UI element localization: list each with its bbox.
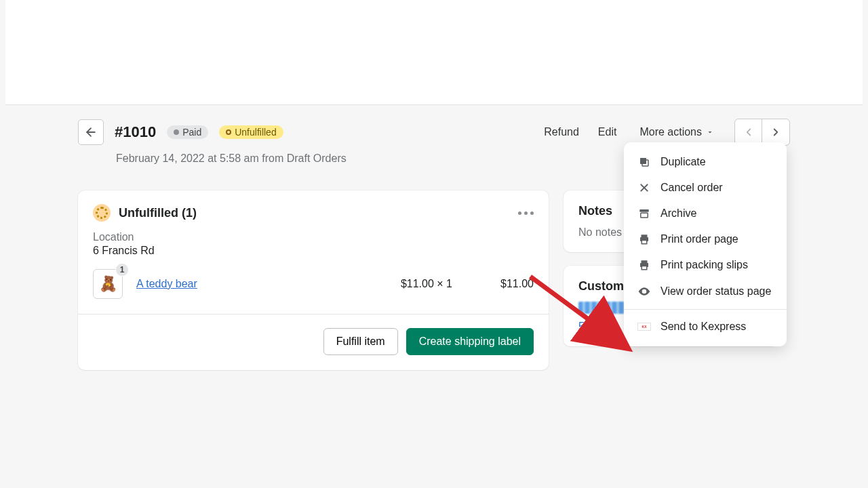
paid-label: Paid	[182, 127, 201, 138]
dot-icon	[174, 129, 179, 135]
eye-icon	[637, 285, 651, 298]
menu-print-order-label: Print order page	[660, 233, 738, 245]
item-unit-price: $11.00 × 1	[401, 278, 452, 290]
menu-view-status[interactable]: View order status page	[624, 278, 787, 305]
create-shipping-label-button[interactable]: Create shipping label	[406, 328, 534, 355]
unfulfilled-ring-icon	[93, 204, 111, 222]
svg-rect-10	[642, 260, 648, 263]
order-pager	[734, 119, 790, 146]
line-item-row: 🧸 1 A teddy bear $11.00 × 1 $11.00	[93, 269, 534, 299]
svg-rect-7	[642, 235, 648, 237]
fulfill-item-button[interactable]: Fulfill item	[323, 328, 398, 355]
menu-archive-label: Archive	[660, 207, 696, 220]
svg-rect-9	[642, 241, 647, 244]
menu-archive[interactable]: Archive	[624, 201, 787, 226]
unfulfilled-label: Unfulfilled	[235, 127, 276, 138]
refund-button[interactable]: Refund	[541, 122, 582, 142]
print-icon	[637, 233, 651, 245]
more-actions-label: More actions	[639, 126, 702, 138]
close-icon	[637, 182, 651, 193]
menu-print-slips-label: Print packing slips	[660, 259, 748, 271]
menu-separator	[624, 309, 787, 310]
menu-cancel-order[interactable]: Cancel order	[624, 175, 787, 201]
item-name-link[interactable]: A teddy bear	[136, 278, 197, 290]
svg-rect-2	[640, 158, 646, 164]
menu-send-kexpress[interactable]: KX Send to Kexpress	[624, 314, 787, 340]
order-header: #1010 Paid Unfulfilled Refund Edit More …	[78, 119, 790, 146]
qty-bubble: 1	[115, 263, 129, 277]
back-button[interactable]	[78, 119, 104, 145]
more-actions-button[interactable]: More actions	[633, 121, 721, 144]
svg-rect-12	[642, 266, 647, 270]
duplicate-icon	[637, 156, 651, 168]
svg-point-13	[643, 290, 645, 292]
more-actions-dropdown: Duplicate Cancel order Archive Print ord…	[624, 142, 787, 346]
menu-print-order[interactable]: Print order page	[624, 226, 787, 252]
order-id: #1010	[115, 123, 156, 141]
svg-rect-6	[641, 213, 648, 218]
menu-duplicate-label: Duplicate	[660, 156, 706, 168]
item-line-total: $11.00	[452, 278, 534, 290]
menu-send-kexpress-label: Send to Kexpress	[660, 321, 746, 333]
ring-dot-icon	[226, 129, 231, 135]
print-icon	[637, 259, 651, 271]
menu-print-slips[interactable]: Print packing slips	[624, 252, 787, 278]
arrow-left-icon	[84, 125, 98, 139]
caret-down-icon	[706, 128, 714, 136]
chevron-left-icon	[743, 126, 755, 138]
item-thumbnail[interactable]: 🧸 1	[93, 269, 123, 299]
menu-duplicate[interactable]: Duplicate	[624, 149, 787, 175]
chevron-right-icon	[770, 126, 782, 138]
edit-button[interactable]: Edit	[595, 122, 620, 142]
svg-rect-5	[639, 209, 649, 212]
location-label: Location	[93, 231, 534, 243]
location-value: 6 Francis Rd	[93, 245, 534, 257]
unfulfilled-badge: Unfulfilled	[219, 125, 283, 139]
top-blank-bar	[5, 0, 863, 105]
fulfillment-title: Unfulfilled (1)	[119, 206, 197, 220]
paid-badge: Paid	[167, 125, 208, 139]
archive-icon	[637, 207, 651, 220]
menu-view-status-label: View order status page	[660, 285, 771, 298]
next-order-button[interactable]	[762, 119, 789, 145]
menu-cancel-label: Cancel order	[660, 182, 723, 194]
fulfillment-card: Unfulfilled (1) Location 6 Francis Rd 🧸 …	[78, 190, 549, 370]
header-actions: Refund Edit More actions	[541, 119, 790, 146]
kexpress-icon: KX	[637, 323, 651, 331]
customer-orders-link[interactable]: 5 orders	[578, 321, 618, 332]
fulfillment-more-button[interactable]	[518, 211, 534, 215]
prev-order-button[interactable]	[735, 119, 762, 145]
